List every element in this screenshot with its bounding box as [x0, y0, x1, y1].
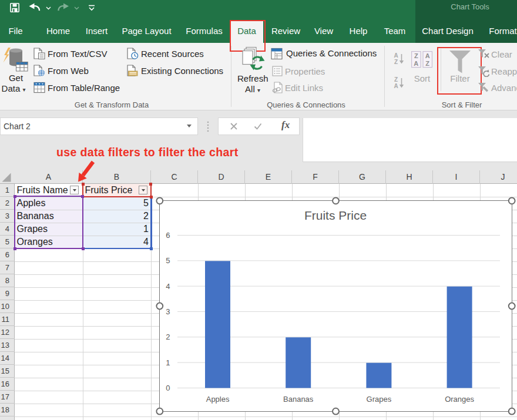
svg-text:Z: Z	[425, 60, 429, 67]
svg-text:A: A	[394, 83, 398, 89]
svg-text:Z: Z	[394, 76, 398, 83]
svg-text:Z: Z	[414, 52, 418, 59]
svg-text:Z: Z	[394, 59, 398, 65]
svg-text:A: A	[414, 60, 418, 67]
svg-text:A: A	[425, 52, 430, 59]
svg-text:A: A	[394, 52, 398, 59]
